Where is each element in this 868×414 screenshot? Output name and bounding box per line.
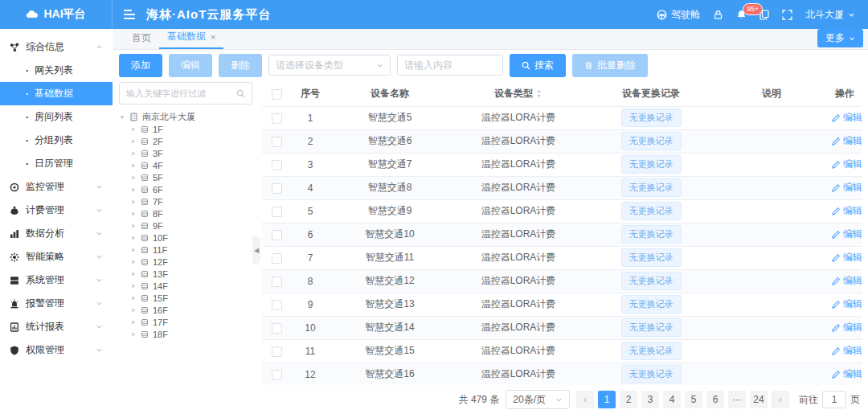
select-all-checkbox[interactable] [272, 89, 282, 100]
sidebar-group-4[interactable]: 智能策略 [0, 245, 113, 268]
prev-page-button[interactable]: ‹ [576, 391, 594, 408]
tree-node-floor-9F[interactable]: 9F [119, 219, 252, 232]
building-selector[interactable]: 北斗大厦 [805, 8, 855, 22]
more-button[interactable]: 更多 [817, 29, 863, 47]
tree-root-node[interactable]: 南京北斗大厦 [119, 111, 252, 123]
tab-0[interactable]: 首页 [124, 31, 159, 49]
batch-delete-button[interactable]: 批量删除 [572, 54, 648, 77]
page-button-24[interactable]: 24 [750, 391, 768, 408]
table-scroll[interactable]: 序号设备名称设备类型设备更换记录说明操作 1智慧交通5温控器LORA计费无更换记… [262, 82, 862, 385]
no-replace-record-badge[interactable]: 无更换记录 [621, 225, 682, 244]
tree-node-floor-12F[interactable]: 12F [119, 256, 252, 268]
sidebar-group-1[interactable]: 监控管理 [0, 175, 113, 199]
sidebar-item-0-4[interactable]: ·日历管理 [0, 152, 113, 175]
no-replace-record-badge[interactable]: 无更换记录 [621, 178, 682, 197]
row-checkbox[interactable] [272, 300, 282, 310]
tree-node-floor-6F[interactable]: 6F [119, 183, 252, 195]
sidebar-group-0[interactable]: 综合信息 [0, 35, 113, 59]
edit-link[interactable]: 编辑 [832, 251, 862, 264]
fullscreen-button[interactable] [782, 10, 792, 20]
delete-button[interactable]: 删除 [219, 54, 262, 77]
page-button-6[interactable]: 6 [706, 391, 724, 408]
edit-button[interactable]: 编辑 [169, 54, 212, 77]
tree-node-floor-3F[interactable]: 3F [119, 147, 252, 159]
no-replace-record-badge[interactable]: 无更换记录 [621, 272, 682, 290]
row-checkbox[interactable] [272, 160, 282, 170]
row-checkbox[interactable] [272, 230, 282, 240]
close-icon[interactable]: × [211, 32, 215, 42]
edit-link[interactable]: 编辑 [832, 297, 862, 311]
no-replace-record-badge[interactable]: 无更换记录 [621, 109, 682, 127]
page-button-4[interactable]: 4 [663, 391, 681, 408]
tab-1[interactable]: 基础数据× [159, 30, 223, 49]
sidebar-group-8[interactable]: 权限管理 [0, 338, 113, 362]
sidebar-item-0-3[interactable]: ·分组列表 [0, 129, 113, 152]
tree-node-floor-18F[interactable]: 18F [119, 328, 252, 340]
app-logo[interactable]: HAI平台 [0, 0, 113, 29]
edit-link[interactable]: 编辑 [832, 367, 862, 381]
edit-link[interactable]: 编辑 [832, 111, 862, 125]
sidebar-group-7[interactable]: 统计报表 [0, 315, 113, 338]
row-checkbox[interactable] [272, 207, 282, 217]
sidebar-group-5[interactable]: 系统管理 [0, 268, 113, 292]
row-checkbox[interactable] [272, 370, 282, 380]
row-checkbox[interactable] [272, 183, 282, 194]
edit-link[interactable]: 编辑 [832, 181, 862, 195]
goto-page-input[interactable] [822, 391, 846, 408]
sidebar-group-6[interactable]: 报警管理 [0, 292, 113, 315]
lock-button[interactable] [713, 10, 723, 20]
edit-link[interactable]: 编辑 [832, 321, 862, 334]
sidebar-item-0-1[interactable]: ·基础数据 [0, 82, 113, 105]
edit-link[interactable]: 编辑 [832, 344, 862, 358]
search-button[interactable]: 搜索 [510, 54, 566, 77]
no-replace-record-badge[interactable]: 无更换记录 [621, 365, 682, 383]
no-replace-record-badge[interactable]: 无更换记录 [621, 202, 682, 220]
no-replace-record-badge[interactable]: 无更换记录 [621, 318, 682, 337]
sidebar-item-0-2[interactable]: ·房间列表 [0, 105, 113, 129]
tree-node-floor-17F[interactable]: 17F [119, 316, 252, 328]
edit-link[interactable]: 编辑 [832, 274, 862, 288]
tree-node-floor-8F[interactable]: 8F [119, 207, 252, 219]
page-button-3[interactable]: 3 [641, 391, 659, 408]
no-replace-record-badge[interactable]: 无更换记录 [621, 248, 682, 267]
tree-node-floor-11F[interactable]: 11F [119, 244, 252, 256]
row-checkbox[interactable] [272, 277, 282, 287]
row-checkbox[interactable] [272, 137, 282, 147]
edit-link[interactable]: 编辑 [832, 134, 862, 148]
collapse-tree-button[interactable]: ◀ [252, 236, 260, 264]
row-checkbox[interactable] [272, 113, 282, 124]
edit-link[interactable]: 编辑 [832, 227, 862, 241]
page-button-2[interactable]: 2 [620, 391, 637, 408]
tree-node-floor-2F[interactable]: 2F [119, 135, 252, 147]
notifications-button[interactable]: 95+ [736, 10, 747, 20]
no-replace-record-badge[interactable]: 无更换记录 [621, 342, 682, 360]
tree-node-floor-14F[interactable]: 14F [119, 280, 252, 292]
next-page-button[interactable]: › [772, 391, 789, 408]
edit-link[interactable]: 编辑 [832, 204, 862, 218]
row-checkbox[interactable] [272, 346, 282, 357]
edit-link[interactable]: 编辑 [832, 158, 862, 171]
tree-node-floor-1F[interactable]: 1F [119, 123, 252, 135]
page-button-5[interactable]: 5 [685, 391, 702, 408]
sidebar-group-3[interactable]: 数据分析 [0, 222, 113, 245]
tree-node-floor-4F[interactable]: 4F [119, 159, 252, 171]
tree-node-floor-7F[interactable]: 7F [119, 195, 252, 207]
tree-node-floor-5F[interactable]: 5F [119, 171, 252, 183]
no-replace-record-badge[interactable]: 无更换记录 [621, 132, 682, 150]
page-size-select[interactable]: 20条/页 [506, 390, 570, 409]
sidebar-item-0-0[interactable]: ·网关列表 [0, 59, 113, 82]
device-type-select[interactable]: 请选择设备类型 [268, 55, 391, 76]
add-button[interactable]: 添加 [119, 54, 162, 77]
cockpit-link[interactable]: 驾驶舱 [657, 8, 700, 22]
tree-node-floor-10F[interactable]: 10F [119, 232, 252, 244]
row-checkbox[interactable] [272, 323, 282, 334]
tree-node-floor-13F[interactable]: 13F [119, 268, 252, 280]
row-checkbox[interactable] [272, 253, 282, 264]
search-icon[interactable] [236, 89, 245, 98]
no-replace-record-badge[interactable]: 无更换记录 [621, 295, 682, 314]
tree-node-floor-16F[interactable]: 16F [119, 304, 252, 316]
tree-filter-input[interactable] [126, 88, 215, 98]
page-button-1[interactable]: 1 [598, 391, 616, 408]
no-replace-record-badge[interactable]: 无更换记录 [621, 155, 682, 174]
menu-toggle-icon[interactable] [124, 10, 135, 19]
